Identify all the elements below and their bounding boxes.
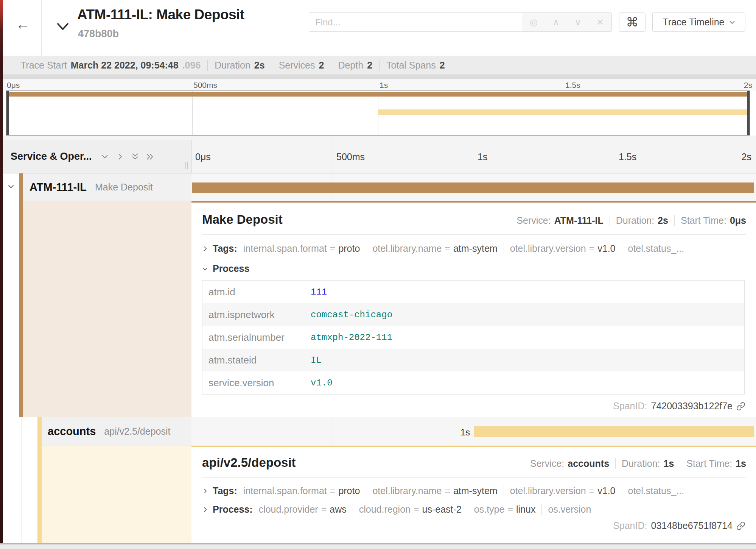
match-target-icon[interactable]: ◎: [530, 18, 538, 27]
detail-indent: [3, 201, 19, 417]
process-item: os.version: [541, 504, 597, 515]
collapse-all-button[interactable]: [131, 152, 140, 162]
span-track-accounts: 1s: [191, 417, 756, 446]
minimap-gridline: [192, 91, 193, 135]
next-match-icon[interactable]: ∨: [574, 18, 581, 27]
process-row[interactable]: Process: [202, 263, 746, 274]
tags-label: Tags:: [213, 485, 237, 496]
span-detail-atm: Make Deposit Service: ATM-111-IL Duratio…: [191, 201, 756, 417]
find-bar: ◎ ∧ ∨ ✕: [309, 12, 612, 32]
trace-header: ← ATM-111-IL: Make Deposit 478b80b ◎ ∧ ∨…: [3, 0, 756, 56]
span-operation-name: Make Deposit: [95, 182, 153, 193]
detail-meta: Service: ATM-111-IL Duration: 2s Start T…: [516, 215, 746, 226]
service-operation-title: Service & Oper...: [11, 151, 92, 162]
table-row: atm.serialnumber atmxph-2022-111: [202, 326, 744, 349]
copy-span-link-button[interactable]: [736, 521, 745, 530]
detail-service: Service: accounts: [530, 458, 609, 469]
tag-item: internal.span.format = proto: [243, 485, 366, 496]
expand-one-button[interactable]: [115, 152, 124, 162]
double-chevron-down-icon: [131, 152, 140, 161]
minimap-tick: 500ms: [193, 81, 217, 90]
double-chevron-right-icon: [146, 152, 155, 161]
minimap-span-bar-atm: [9, 92, 747, 97]
collapse-trace-button[interactable]: [55, 20, 72, 33]
span-color-strip-atm: [19, 173, 23, 201]
chevron-down-icon: [729, 20, 735, 25]
collapse-one-button[interactable]: [100, 152, 109, 162]
chevron-down-icon: [55, 20, 72, 33]
chevron-right-icon: [115, 152, 124, 161]
process-item: cloud.provider = aws: [259, 504, 353, 515]
column-resize-grip[interactable]: [185, 162, 188, 169]
span-id-row: SpanID: 03148be6751f8714: [202, 520, 746, 531]
minimap-tick: 2s: [744, 81, 752, 90]
page-title: ATM-111-IL: Make Deposit: [77, 7, 244, 23]
clear-search-icon[interactable]: ✕: [596, 18, 604, 27]
span-track-atm: [191, 173, 756, 201]
minimap-tick-labels: 0μs 500ms 1s 1.5s 2s: [3, 79, 756, 90]
span-detail-accounts: api/v2.5/deposit Service: accounts Durat…: [191, 446, 756, 543]
detail-meta: Service: accounts Duration: 1s Start Tim…: [530, 458, 746, 469]
expand-all-button[interactable]: [146, 152, 155, 162]
find-controls: ◎ ∧ ∨ ✕: [522, 12, 612, 32]
axis-gridline: [474, 140, 474, 173]
span-bar-atm[interactable]: [192, 182, 754, 193]
span-row-indent: [3, 417, 22, 446]
detail-indent: [22, 446, 38, 543]
span-id-row: SpanID: 742003393b122f7e: [202, 401, 746, 412]
minimap-right-handle[interactable]: [747, 91, 750, 135]
detail-start-time: Start Time: 0μs: [674, 215, 746, 226]
span-color-strip-atm: [19, 201, 23, 417]
tag-item: otel.library.version = v1.0: [504, 243, 622, 254]
service-operation-header: Service & Oper...: [3, 140, 191, 173]
summary-depth: Depth 2: [331, 60, 379, 71]
tag-item: otel.status_...: [622, 485, 691, 496]
trace-view-selector[interactable]: Trace Timeline: [652, 12, 745, 32]
chevron-down-icon: [100, 152, 109, 161]
collapse-span-button[interactable]: [7, 182, 15, 191]
table-row: service.version v1.0: [202, 371, 744, 394]
trace-timeline-page: ← ATM-111-IL: Make Deposit 478b80b ◎ ∧ ∨…: [0, 0, 756, 549]
axis-tick: 1.5s: [619, 151, 636, 162]
span-color-strip-accounts: [38, 446, 42, 543]
process-item: os.type = linux: [468, 504, 542, 515]
detail-service: Service: ATM-111-IL: [516, 215, 603, 226]
detail-duration: Duration: 1s: [615, 458, 674, 469]
minimap-left-handle[interactable]: [6, 91, 9, 135]
tag-item: otel.status_...: [622, 243, 691, 254]
summary-total-spans: Total Spans 2: [379, 60, 452, 71]
view-selector-label: Trace Timeline: [663, 17, 724, 28]
process-table: atm.id 111 atm.ispnetwork comcast-chicag…: [202, 280, 745, 395]
window-edge-strip: [0, 0, 3, 549]
span-bar-accounts[interactable]: [474, 426, 754, 437]
find-input[interactable]: [309, 12, 522, 32]
link-icon: [736, 521, 745, 530]
axis-gridline: [333, 140, 333, 173]
span-row-accounts[interactable]: accounts api/v2.5/deposit: [42, 417, 191, 446]
copy-span-link-button[interactable]: [736, 402, 745, 411]
tags-row[interactable]: Tags: internal.span.format = proto otel.…: [202, 243, 746, 254]
detail-operation-title: Make Deposit: [202, 212, 283, 227]
process-label: Process: [213, 263, 249, 274]
axis-gridline: [333, 417, 333, 446]
back-arrow-icon: ←: [16, 16, 30, 32]
trace-id: 478b80b: [78, 28, 119, 40]
span-row-indent: [22, 417, 38, 446]
keyboard-shortcuts-button[interactable]: ⌘: [619, 12, 646, 32]
process-row[interactable]: Process: cloud.provider = aws cloud.regi…: [202, 504, 746, 515]
back-button[interactable]: ←: [11, 14, 34, 34]
prev-match-icon[interactable]: ∧: [553, 18, 560, 27]
link-icon: [736, 402, 745, 411]
tags-row[interactable]: Tags: internal.span.format = proto otel.…: [202, 485, 746, 496]
span-row-atm[interactable]: ATM-111-IL Make Deposit: [23, 173, 191, 201]
timeline-axis-header: 0μs 500ms 1s 1.5s 2s: [191, 140, 756, 173]
detail-tint-atm: [23, 201, 191, 417]
span-color-strip-accounts: [38, 417, 42, 446]
timeline-minimap[interactable]: [6, 90, 750, 136]
detail-duration: Duration: 2s: [610, 215, 668, 226]
command-icon: ⌘: [626, 15, 639, 29]
tag-item: internal.span.format = proto: [243, 243, 366, 254]
minimap-span-bar-accounts: [378, 109, 747, 115]
detail-operation-title: api/v2.5/deposit: [202, 455, 296, 470]
summary-services: Services 2: [272, 60, 331, 71]
